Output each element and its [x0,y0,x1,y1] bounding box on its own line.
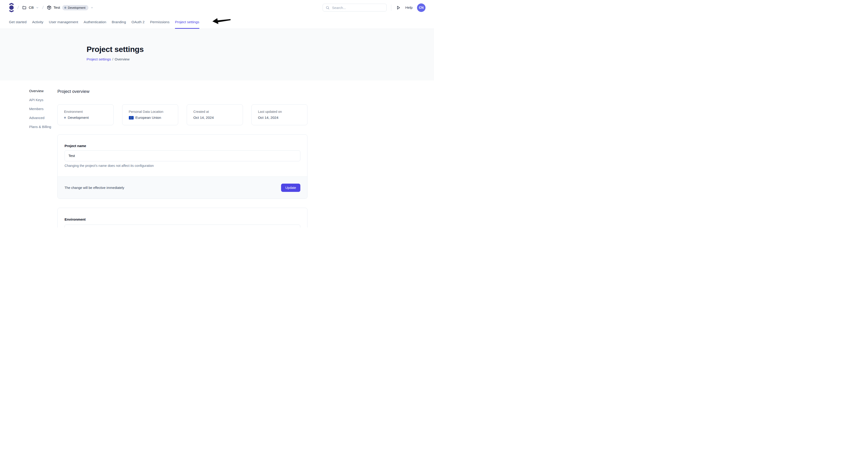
folder-icon [22,5,27,10]
topbar-actions: Help CN [322,3,426,12]
eu-flag-icon [129,116,134,119]
search-input[interactable] [332,5,384,10]
package-icon [47,5,52,10]
info-card-value: Development [64,116,107,120]
main-panel: Project overview Environment Development… [57,89,308,227]
breadcrumb-divider: / [112,57,113,61]
info-card-environment: Environment Development [57,104,114,125]
breadcrumb: / CB / Test Development [9,3,93,12]
info-card-label: Environment [64,110,107,114]
page-breadcrumb: Project settings / Overview [87,57,434,61]
info-cards-row: Environment Development Personal Data Lo… [57,104,308,125]
project-name-card: Project name Changing the project's name… [57,135,308,199]
info-card-label: Last updated on [258,110,301,114]
project-name-helper: Changing the project's name does not aff… [64,164,300,168]
info-card-label: Personal Data Location [129,110,172,114]
avatar[interactable]: CN [417,3,426,12]
play-button[interactable] [396,5,401,10]
tab-get-started[interactable]: Get started [9,15,27,29]
tab-project-settings[interactable]: Project settings [175,15,199,29]
tab-branding[interactable]: Branding [112,15,126,29]
tab-permissions[interactable]: Permissions [150,15,169,29]
breadcrumb-link-project-settings[interactable]: Project settings [87,57,111,61]
search-icon [326,6,330,10]
page-title: Project settings [87,45,434,54]
page-header: Project settings Project settings / Over… [0,29,434,80]
settings-sidebar: Overview API Keys Members Advanced Plans… [0,89,57,227]
project-chevron-down-icon [91,6,93,9]
content-area: Overview API Keys Members Advanced Plans… [0,80,434,227]
tab-user-management[interactable]: User management [49,15,78,29]
project-switcher[interactable]: Test Development [47,5,93,10]
project-name-input[interactable] [64,150,300,161]
environment-label: Environment [64,218,300,221]
org-switcher[interactable]: CB [22,5,39,10]
breadcrumb-current: Overview [115,57,129,61]
info-card-label: Created at [193,110,236,114]
info-card-value: Oct 14, 2024 [258,116,301,120]
sidebar-item-members[interactable]: Members [29,107,57,111]
main-tabs: Get started Activity User management Aut… [0,15,434,29]
sidebar-item-advanced[interactable]: Advanced [29,116,57,120]
environment-select[interactable]: Development [64,225,300,227]
info-card-value-text: Oct 14, 2024 [258,116,279,120]
project-name: Test [54,5,60,10]
breadcrumb-slash: / [42,5,43,10]
search-box[interactable] [322,4,387,11]
status-dot-icon [64,117,66,119]
sidebar-item-overview[interactable]: Overview [29,89,57,93]
section-title: Project overview [57,89,308,94]
help-link[interactable]: Help [405,5,413,10]
project-name-card-footer: The change will be effective immediately… [58,176,307,199]
environment-card: Environment Development [57,208,308,227]
app-logo[interactable] [9,3,14,12]
status-dot-icon [64,7,66,9]
tab-authentication[interactable]: Authentication [84,15,106,29]
sidebar-item-api-keys[interactable]: API Keys [29,98,57,102]
info-card-created-at: Created at Oct 14, 2024 [187,104,243,125]
info-card-value-text: Oct 14, 2024 [193,116,214,120]
info-card-data-location: Personal Data Location Europea [122,104,179,125]
org-chevron-down-icon [36,6,39,9]
play-icon [396,5,401,10]
org-name: CB [29,5,34,10]
info-card-value-text: Development [68,116,89,120]
info-card-last-updated: Last updated on Oct 14, 2024 [251,104,308,125]
breadcrumb-slash: / [17,5,19,10]
top-bar: / CB / Test Development [0,0,434,15]
environment-badge-label: Development [68,6,86,9]
info-card-value: Oct 14, 2024 [193,116,236,120]
logo-icon [9,3,14,12]
footer-note: The change will be effective immediately [64,186,124,190]
tab-oauth2[interactable]: OAuth 2 [131,15,145,29]
project-name-label: Project name [64,144,300,148]
tab-activity[interactable]: Activity [32,15,43,29]
environment-badge: Development [62,5,89,10]
update-button[interactable]: Update [281,183,300,192]
info-card-value: European Union [129,116,172,120]
sidebar-item-plans-billing[interactable]: Plans & Billing [29,125,57,129]
info-card-value-text: European Union [135,116,161,120]
project-name-card-body: Project name Changing the project's name… [58,135,307,176]
